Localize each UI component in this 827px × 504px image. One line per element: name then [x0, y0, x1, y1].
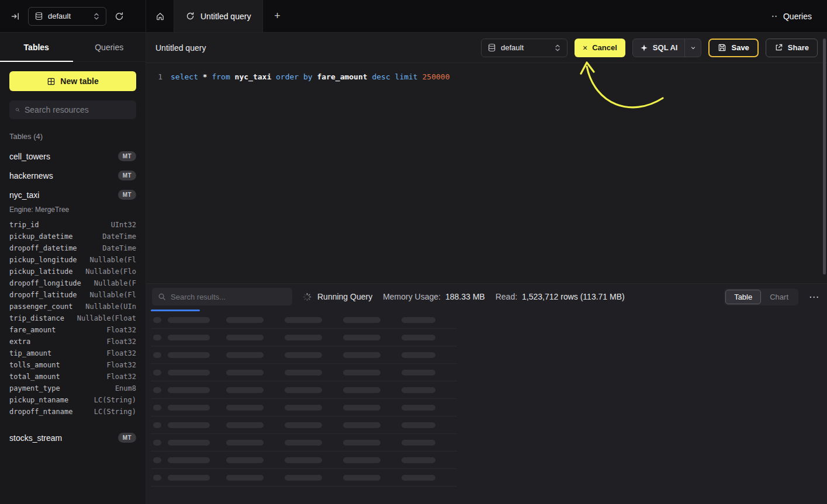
skeleton-cell	[343, 475, 380, 481]
skeleton-cell	[226, 335, 264, 340]
skeleton-cell	[226, 387, 264, 393]
database-selector[interactable]: default	[28, 7, 106, 26]
column-name: trip_id	[9, 221, 39, 229]
engine-badge: MT	[118, 190, 136, 200]
memory-usage-value: 188.33 MB	[445, 292, 485, 301]
results-search	[152, 288, 292, 305]
skeleton-cell	[153, 317, 161, 323]
table-item[interactable]: nyc_taxiMT	[0, 185, 146, 204]
column-name: fare_amount	[9, 326, 56, 334]
search-resources-input[interactable]	[25, 105, 130, 114]
column-type: UInt32	[111, 221, 136, 229]
skeleton-cell	[168, 440, 210, 446]
tables-section-header: Tables (4)	[0, 127, 146, 147]
column-row: pickup_datetimeDateTime	[9, 231, 136, 242]
skeleton-row	[151, 469, 457, 486]
tab-queries-label: Queries	[95, 43, 123, 52]
cancel-button[interactable]: × Cancel	[575, 39, 625, 57]
skeleton-cell	[168, 370, 210, 376]
share-button[interactable]: Share	[766, 39, 818, 57]
tab-queries[interactable]: Queries	[73, 33, 146, 61]
new-tab-button[interactable]: +	[263, 0, 291, 32]
view-toggle: Table Chart	[724, 289, 798, 305]
column-row: dropoff_latitudeNullable(Fl	[9, 289, 136, 301]
column-row: pickup_ntanameLC(String)	[9, 394, 136, 406]
table-name: nyc_taxi	[9, 190, 39, 200]
skeleton-cell	[226, 475, 264, 481]
skeleton-cell	[168, 422, 210, 428]
engine-label: Engine: MergeTree	[0, 204, 146, 219]
column-type: Float32	[106, 349, 136, 357]
column-name: total_amount	[9, 373, 60, 381]
chevron-updown-icon	[554, 44, 561, 52]
search-results-input[interactable]	[171, 293, 286, 301]
skeleton-cell	[168, 405, 210, 411]
sql-ai-dropdown-button[interactable]	[684, 39, 701, 57]
skeleton-cell	[226, 440, 264, 446]
table-item[interactable]: cell_towersMT	[0, 147, 146, 166]
skeleton-cell	[226, 352, 264, 358]
queries-menu-button[interactable]: Queries	[755, 0, 827, 32]
query-database-selector[interactable]: default	[481, 39, 568, 57]
skeleton-cell	[343, 440, 380, 446]
tab-label: Untitled query	[200, 12, 251, 21]
close-icon: ×	[583, 43, 587, 53]
read-value: 1,523,712 rows (113.71 MB)	[522, 292, 625, 301]
skeleton-row	[151, 364, 457, 381]
home-tab-button[interactable]	[146, 0, 174, 32]
skeleton-row	[151, 399, 457, 416]
column-name: tip_amount	[9, 349, 51, 357]
column-row: tip_amountFloat32	[9, 347, 136, 359]
table-item[interactable]: stocks_streamMT	[0, 428, 146, 447]
skeleton-cell	[285, 475, 322, 481]
resource-search	[9, 100, 136, 119]
collapse-sidebar-button[interactable]	[8, 9, 22, 23]
skeleton-cell	[343, 352, 380, 358]
tables-list: cell_towersMThackernewsMTnyc_taxiMTEngin…	[0, 147, 146, 447]
table-name: hackernews	[9, 171, 53, 180]
chart-view-tab[interactable]: Chart	[761, 290, 797, 304]
column-type: Nullable(Float	[77, 314, 136, 322]
sql-ai-button[interactable]: SQL AI	[633, 39, 685, 57]
tab-tables[interactable]: Tables	[0, 33, 73, 61]
sql-ai-label: SQL AI	[653, 43, 678, 52]
skeleton-row	[151, 434, 457, 451]
skeleton-row	[151, 416, 457, 434]
tab-untitled-query[interactable]: Untitled query	[174, 0, 263, 32]
column-name: pickup_longitude	[9, 256, 77, 264]
skeleton-cell	[153, 335, 161, 340]
skeleton-row	[151, 381, 457, 399]
sidebar-tabs: Tables Queries	[0, 33, 146, 62]
skeleton-cell	[343, 405, 380, 411]
skeleton-cell	[402, 422, 435, 428]
skeleton-row	[151, 451, 457, 469]
table-item[interactable]: hackernewsMT	[0, 166, 146, 185]
column-type: DateTime	[102, 244, 136, 252]
column-type: Float32	[106, 326, 136, 334]
tab-tables-label: Tables	[24, 43, 49, 52]
engine-badge: MT	[118, 433, 136, 443]
skeleton-cell	[402, 335, 435, 340]
results-more-button[interactable]: ⋯	[807, 291, 821, 303]
skeleton-cell	[402, 370, 435, 376]
share-label: Share	[788, 43, 809, 52]
chevron-updown-icon	[93, 12, 100, 20]
search-icon	[158, 293, 166, 301]
column-name: dropoff_ntaname	[9, 408, 72, 416]
skeleton-cell	[153, 457, 161, 463]
skeleton-cell	[168, 475, 210, 481]
sql-editor[interactable]: 1 select * from nyc_taxi order by fare_a…	[146, 63, 827, 283]
refresh-button[interactable]	[112, 9, 126, 23]
share-icon	[774, 43, 783, 52]
chart-view-label: Chart	[770, 293, 788, 301]
scrollbar-thumb[interactable]	[823, 39, 826, 274]
column-row: trip_distanceNullable(Float	[9, 312, 136, 324]
queries-icon	[770, 12, 778, 20]
table-view-tab[interactable]: Table	[725, 290, 761, 304]
new-table-button[interactable]: New table	[9, 71, 136, 91]
skeleton-cell	[343, 457, 380, 463]
skeleton-cell	[343, 422, 380, 428]
results-toolbar-right: Table Chart ⋯	[724, 289, 821, 305]
save-button[interactable]: Save	[708, 39, 758, 57]
skeleton-cell	[285, 352, 322, 358]
